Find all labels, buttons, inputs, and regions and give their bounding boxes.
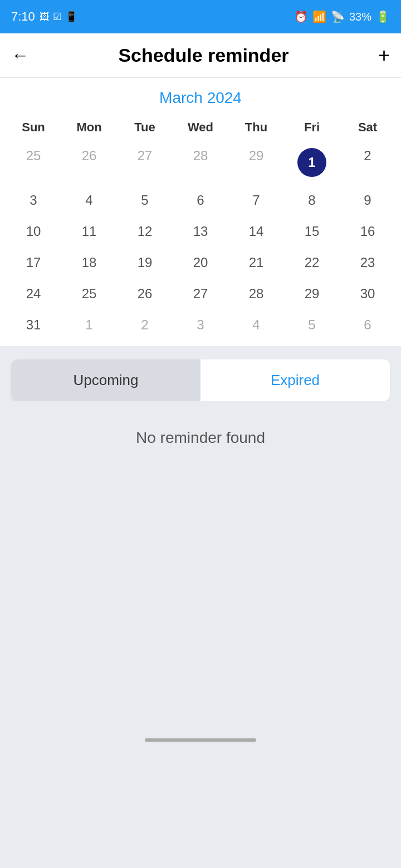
day-cell[interactable]: 20 — [173, 247, 228, 278]
weekday-sat: Sat — [340, 117, 395, 138]
day-cell[interactable]: 22 — [284, 247, 340, 278]
bottom-area — [0, 475, 401, 753]
weekday-sun: Sun — [6, 117, 61, 138]
calendar-section: March 2024 Sun Mon Tue Wed Thu Fri Sat 2… — [0, 78, 401, 346]
weekday-tue: Tue — [117, 117, 173, 138]
weekday-mon: Mon — [61, 117, 117, 138]
page-title: Schedule reminder — [118, 45, 288, 66]
day-cell[interactable]: 27 — [173, 278, 228, 309]
day-cell[interactable]: 25 — [61, 278, 117, 309]
status-icons: 🖼 ☑ 📱 — [40, 11, 77, 23]
day-cell[interactable]: 2 — [340, 140, 395, 185]
signal-icon: 📡 — [331, 10, 345, 23]
weekday-thu: Thu — [228, 117, 284, 138]
home-indicator — [145, 738, 256, 742]
day-cell[interactable]: 5 — [284, 309, 340, 341]
day-cell[interactable]: 10 — [6, 216, 61, 247]
day-cell[interactable]: 3 — [6, 185, 61, 216]
day-cell[interactable]: 12 — [117, 216, 173, 247]
day-cell[interactable]: 18 — [61, 247, 117, 278]
day-cell[interactable]: 6 — [173, 185, 228, 216]
tab-row: Upcoming Expired — [11, 359, 390, 401]
calendar-month-header: March 2024 — [6, 89, 395, 107]
day-cell[interactable]: 16 — [340, 216, 395, 247]
screen-icon: 📱 — [65, 11, 77, 23]
day-cell[interactable]: 27 — [117, 140, 173, 185]
day-cell[interactable]: 11 — [61, 216, 117, 247]
wifi-icon: 📶 — [312, 10, 326, 23]
day-cell[interactable]: 3 — [173, 309, 228, 341]
day-cell[interactable]: 4 — [228, 309, 284, 341]
day-cell[interactable]: 15 — [284, 216, 340, 247]
day-cell[interactable]: 4 — [61, 185, 117, 216]
day-cell[interactable]: 1 — [61, 309, 117, 341]
status-time: 7:10 — [11, 9, 35, 24]
status-left: 7:10 🖼 ☑ 📱 — [11, 9, 77, 24]
day-cell[interactable]: 17 — [6, 247, 61, 278]
day-cell[interactable]: 26 — [117, 278, 173, 309]
day-cell[interactable]: 6 — [340, 309, 395, 341]
weekday-wed: Wed — [173, 117, 228, 138]
day-cell[interactable]: 28 — [173, 140, 228, 185]
status-right: ⏰ 📶 📡 33% 🔋 — [294, 10, 390, 23]
calendar-weekdays: Sun Mon Tue Wed Thu Fri Sat — [6, 117, 395, 138]
day-cell-today[interactable]: 1 — [284, 140, 340, 185]
day-cell[interactable]: 19 — [117, 247, 173, 278]
day-cell[interactable]: 23 — [340, 247, 395, 278]
day-cell[interactable]: 9 — [340, 185, 395, 216]
battery-text: 33% — [349, 11, 371, 23]
tab-section: Upcoming Expired — [0, 348, 401, 401]
day-cell[interactable]: 21 — [228, 247, 284, 278]
day-cell[interactable]: 26 — [61, 140, 117, 185]
photo-icon: 🖼 — [40, 11, 50, 23]
day-cell[interactable]: 29 — [228, 140, 284, 185]
day-cell[interactable]: 8 — [284, 185, 340, 216]
status-bar: 7:10 🖼 ☑ 📱 ⏰ 📶 📡 33% 🔋 — [0, 0, 401, 33]
empty-state: No reminder found — [0, 401, 401, 475]
day-cell[interactable]: 7 — [228, 185, 284, 216]
tab-upcoming[interactable]: Upcoming — [11, 359, 200, 401]
day-cell[interactable]: 30 — [340, 278, 395, 309]
weekday-fri: Fri — [284, 117, 340, 138]
alarm-icon: ⏰ — [294, 10, 308, 23]
day-cell[interactable]: 24 — [6, 278, 61, 309]
empty-state-message: No reminder found — [136, 429, 265, 446]
day-cell[interactable]: 13 — [173, 216, 228, 247]
day-cell[interactable]: 29 — [284, 278, 340, 309]
add-button[interactable]: + — [378, 44, 390, 67]
day-cell[interactable]: 31 — [6, 309, 61, 341]
check-icon: ☑ — [53, 11, 62, 23]
day-cell[interactable]: 2 — [117, 309, 173, 341]
day-cell[interactable]: 25 — [6, 140, 61, 185]
app-bar: ← Schedule reminder + — [0, 33, 401, 78]
battery-icon: 🔋 — [376, 10, 390, 23]
day-cell[interactable]: 14 — [228, 216, 284, 247]
tab-expired[interactable]: Expired — [200, 359, 390, 401]
calendar-days: 25 26 27 28 29 1 2 3 4 5 6 7 8 9 10 11 1… — [6, 140, 395, 341]
calendar-grid: Sun Mon Tue Wed Thu Fri Sat 25 26 27 28 … — [6, 117, 395, 341]
day-cell[interactable]: 5 — [117, 185, 173, 216]
content-area: Upcoming Expired No reminder found — [0, 348, 401, 753]
back-button[interactable]: ← — [11, 45, 29, 66]
day-cell[interactable]: 28 — [228, 278, 284, 309]
